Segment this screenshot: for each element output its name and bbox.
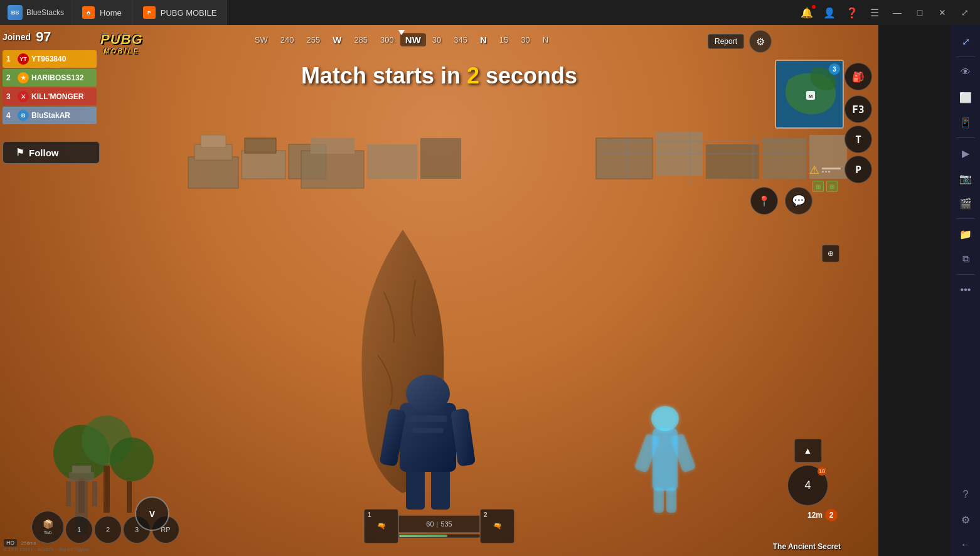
app-tab-pubg[interactable]: P PUBG MOBILE xyxy=(132,0,228,25)
sidebar-screenshot-icon[interactable]: ⬜ xyxy=(954,86,977,109)
ammo-bar-fill xyxy=(399,535,447,537)
tab-icon: 📦 xyxy=(43,519,53,529)
ammo-current: 60 xyxy=(426,520,434,528)
compass-300: 300 xyxy=(374,35,400,45)
vehicle-button[interactable]: V xyxy=(135,496,169,531)
sidebar-folder-icon[interactable]: 📁 xyxy=(954,223,977,245)
home-tab-icon: 🏠 xyxy=(82,6,95,19)
player-rank-4: 4 xyxy=(6,111,15,120)
settings-button[interactable]: ⚙ xyxy=(749,30,772,53)
compass-240: 240 xyxy=(274,35,301,45)
title-bar: BS BlueStacks 🏠 Home P PUBG MOBILE 🔔 👤 ❓… xyxy=(0,0,980,25)
account-icon[interactable]: 👤 xyxy=(819,4,839,21)
svg-rect-27 xyxy=(412,428,444,433)
f3-label: F3 xyxy=(852,104,864,115)
minimap-background: M 3 xyxy=(776,61,843,127)
player-name-1: YT963840 xyxy=(31,55,66,63)
zone-line-1 xyxy=(822,168,841,169)
svg-rect-12 xyxy=(706,144,759,179)
follow-label: Follow xyxy=(29,147,59,158)
compass-w: W xyxy=(326,35,348,45)
sidebar-record-icon[interactable]: ▶ xyxy=(954,142,977,164)
expand-window-button[interactable]: ⤢ xyxy=(955,4,975,21)
sidebar-eye-icon[interactable]: 👁 xyxy=(954,61,977,83)
compass-15: 15 xyxy=(493,35,514,45)
compass-285: 285 xyxy=(348,35,374,45)
sidebar-copy-icon[interactable]: ⧉ xyxy=(954,248,977,270)
backpack-button[interactable]: 🎒 xyxy=(844,63,872,90)
fire-icon: 4 xyxy=(804,479,811,492)
location-pin-button[interactable]: 📍 xyxy=(750,187,778,215)
location-icon[interactable]: 📍 xyxy=(750,187,778,215)
follow-button[interactable]: ⚑ Follow xyxy=(3,141,100,164)
report-button[interactable]: Report xyxy=(708,34,744,49)
expand-up-button[interactable]: ▲ xyxy=(794,439,822,462)
sidebar-expand-icon[interactable]: ⤢ xyxy=(954,30,977,53)
menu-icon[interactable]: ☰ xyxy=(865,4,885,21)
p-button[interactable]: P xyxy=(844,156,872,183)
chat-icon[interactable]: 💬 xyxy=(785,187,812,215)
chat-button[interactable]: 💬 xyxy=(785,187,812,215)
scale-indicator: 12m 2 xyxy=(807,509,838,521)
svg-rect-0 xyxy=(188,157,238,188)
sidebar-divider-4 xyxy=(956,274,975,275)
app-tab-home[interactable]: 🏠 Home xyxy=(72,0,132,25)
sidebar-divider-3 xyxy=(956,218,975,219)
app-tab-bluestacks[interactable]: BS BlueStacks xyxy=(0,0,72,25)
compass-n: N xyxy=(474,35,493,45)
pubg-tab-icon: P xyxy=(143,6,156,19)
sidebar-more-icon[interactable]: ••• xyxy=(954,279,977,301)
zone-warning: ⚠ ⊞ ⊞ xyxy=(809,163,841,192)
ammo-reserve: 535 xyxy=(440,520,452,528)
sidebar-phone-icon[interactable]: 📱 xyxy=(954,111,977,134)
zone-indicator-2: ⊞ xyxy=(826,181,838,192)
t-button[interactable]: T xyxy=(844,126,872,153)
player-item-2: 2 ★ HARIBOSS132 xyxy=(3,69,97,87)
sidebar-back-icon[interactable]: ← xyxy=(954,533,977,556)
ammo-count: 60 | 535 xyxy=(398,515,480,533)
maximize-button[interactable]: □ xyxy=(910,4,930,21)
player-name-4: BluStakAR xyxy=(31,111,70,120)
f3-button[interactable]: F3 xyxy=(844,95,872,123)
notification-icon[interactable]: 🔔 xyxy=(797,4,817,21)
home-tab-label: Home xyxy=(100,8,122,18)
weapon-slot-1[interactable]: 1 🔫 xyxy=(364,509,398,543)
match-suffix: seconds xyxy=(486,63,577,88)
player-icon-4: B xyxy=(18,110,29,121)
fire-button[interactable]: 4 10 xyxy=(787,465,828,506)
player-item-4: 4 B BluStakAR xyxy=(3,107,97,124)
version-info: 0.19.0.13911 - AGdl7o - 3ojripEXgyvw xyxy=(4,547,89,552)
weapon-slot-2[interactable]: 2 🔫 xyxy=(480,509,514,543)
ancient-secret-label: The Ancient Secret xyxy=(773,542,841,551)
help-icon[interactable]: ❓ xyxy=(842,4,862,21)
svg-text:M: M xyxy=(809,94,813,99)
svg-rect-22 xyxy=(400,403,456,472)
sidebar-video-icon[interactable]: 🎬 xyxy=(954,192,977,215)
sidebar-camera-icon[interactable]: 📷 xyxy=(954,167,977,190)
player-icon-3: ⚔ xyxy=(18,91,29,102)
compass-pointer xyxy=(398,30,405,35)
player-rank-3: 3 xyxy=(6,92,15,101)
slot-2-button[interactable]: 2 xyxy=(94,516,122,543)
zone-lines xyxy=(822,168,841,173)
svg-rect-10 xyxy=(596,138,652,179)
slot-1-label: 1 xyxy=(77,526,81,533)
sidebar-question-icon[interactable]: ? xyxy=(954,483,977,506)
slot-3-label: 3 xyxy=(135,526,139,533)
compass-255: 255 xyxy=(301,35,327,45)
svg-rect-33 xyxy=(666,488,676,513)
tab-button[interactable]: 📦 Tab xyxy=(31,511,64,543)
ammo-bar xyxy=(398,534,480,538)
zone-dot-3 xyxy=(828,171,830,173)
sidebar-divider-2 xyxy=(956,137,975,138)
settings-icon: ⚙ xyxy=(756,36,765,48)
minimize-button[interactable]: — xyxy=(887,4,907,21)
zone-indicator-1: ⊞ xyxy=(812,181,824,192)
sidebar-settings-icon[interactable]: ⚙ xyxy=(954,508,977,531)
match-number: 2 xyxy=(467,63,479,88)
scale-badge: 2 xyxy=(825,509,838,521)
close-button[interactable]: ✕ xyxy=(932,4,952,21)
minimap[interactable]: M 3 xyxy=(775,60,844,129)
player-character xyxy=(378,340,478,518)
svg-rect-7 xyxy=(311,138,354,154)
